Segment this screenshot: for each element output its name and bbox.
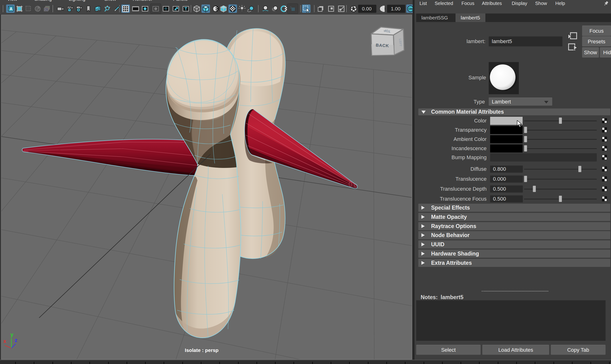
hide-button[interactable]: Hide — [600, 47, 611, 58]
select-button[interactable]: Select — [416, 345, 481, 355]
shaded-cube-icon[interactable] — [202, 4, 210, 13]
ae-menu-help[interactable]: Help — [555, 1, 565, 6]
value-field[interactable]: 0.000 — [490, 175, 523, 182]
attribute-slider-track[interactable] — [524, 130, 597, 130]
image-plane-icon[interactable] — [94, 4, 102, 13]
toolbar-separator-grip[interactable] — [346, 5, 347, 12]
viewport-3d[interactable]: BACK TOP LEFT y x z Isolate : persp — [1, 15, 412, 360]
ae-menu-selected[interactable]: Selected — [435, 1, 453, 6]
attribute-slider-track[interactable] — [524, 148, 597, 149]
lights-icon[interactable] — [238, 4, 246, 13]
snap-to-grid-frame-icon[interactable] — [15, 4, 24, 13]
pan-zoom-icon[interactable] — [103, 4, 111, 13]
ae-menu-display[interactable]: Display — [512, 1, 527, 6]
viewport-menu-shading[interactable]: Shading — [34, 0, 52, 2]
ae-menu-list[interactable]: List — [420, 1, 427, 6]
section-special-effects[interactable]: Special Effects — [418, 204, 610, 212]
show-button[interactable]: Show — [582, 47, 599, 58]
section-hardware-shading[interactable]: Hardware Shading — [418, 250, 610, 258]
ae-menu-show[interactable]: Show — [535, 1, 547, 6]
section-raytrace-options[interactable]: Raytrace Options — [418, 222, 610, 230]
viewport-menu-panels[interactable]: Panels — [173, 0, 188, 2]
output-connection-icon[interactable] — [568, 42, 578, 52]
color-swatch[interactable] — [490, 135, 523, 143]
map-checker-button[interactable] — [602, 155, 607, 160]
value-field[interactable]: 0.500 — [490, 195, 523, 203]
attribute-slider-handle[interactable] — [578, 166, 581, 172]
gate-mask-icon[interactable] — [150, 3, 161, 14]
exposure-value-field[interactable]: 0.00 — [358, 5, 376, 13]
ae-tab-lambert5[interactable]: lambert5 — [456, 13, 485, 22]
attribute-slider-handle[interactable] — [524, 127, 527, 133]
map-checker-button[interactable] — [602, 176, 607, 182]
shadows-icon[interactable] — [246, 4, 255, 13]
viewport-menu-lighting[interactable]: Lighting — [69, 0, 85, 2]
map-checker-button[interactable] — [602, 118, 607, 123]
load-attributes-button[interactable]: Load Attributes — [482, 345, 549, 355]
copy-tab-button[interactable]: Copy Tab — [551, 345, 606, 355]
resolution-gate-icon[interactable] — [141, 4, 149, 13]
attribute-slider-handle[interactable] — [524, 176, 527, 182]
camera-lock-icon[interactable] — [66, 4, 74, 13]
toolbar-separator-grip[interactable] — [299, 5, 301, 12]
section-node-behavior[interactable]: Node Behavior — [418, 231, 610, 239]
select-by-name-icon[interactable]: A — [6, 4, 15, 13]
safe-title-icon[interactable] — [182, 4, 190, 13]
map-checker-button[interactable] — [602, 186, 607, 191]
motion-blur-icon[interactable] — [271, 4, 279, 13]
attribute-slider-handle[interactable] — [524, 145, 527, 152]
exposure-icon[interactable] — [349, 4, 358, 13]
section-extra-attributes[interactable]: Extra Attributes — [418, 259, 610, 267]
map-checker-button[interactable] — [602, 137, 607, 142]
attribute-slider-track[interactable] — [524, 169, 597, 169]
toolbar-separator-grip[interactable] — [52, 5, 53, 12]
toolbar-separator-grip[interactable] — [258, 5, 258, 12]
presets-button[interactable]: Presets — [582, 37, 611, 46]
section-matte-opacity[interactable]: Matte Opacity — [418, 213, 610, 221]
type-dropdown[interactable]: Lambert — [489, 98, 552, 106]
camera-attributes-icon[interactable] — [75, 4, 83, 13]
xray-active-icon[interactable] — [337, 4, 346, 13]
view-cube[interactable]: BACK TOP LEFT — [371, 27, 404, 55]
model-jack[interactable] — [22, 28, 357, 338]
field-chart-icon[interactable] — [162, 4, 170, 13]
focus-button[interactable]: Focus — [582, 26, 611, 36]
ae-menu-focus[interactable]: Focus — [462, 1, 474, 6]
attribute-slider-track[interactable] — [524, 179, 597, 180]
section-uuid[interactable]: UUID — [418, 240, 610, 248]
material-sample-swatch[interactable] — [489, 62, 519, 94]
viewport-menu-view[interactable]: View — [7, 0, 17, 2]
attribute-slider-handle[interactable] — [533, 186, 536, 192]
notes-resize-handle[interactable] — [482, 291, 548, 292]
film-gate-icon[interactable] — [131, 4, 140, 13]
marquee-select-icon[interactable] — [24, 4, 33, 13]
grease-pencil-icon[interactable] — [112, 4, 121, 13]
map-checker-button[interactable] — [602, 196, 607, 201]
grid-icon[interactable] — [121, 4, 130, 13]
map-checker-button[interactable] — [602, 167, 607, 171]
value-field[interactable]: 0.800 — [490, 166, 523, 173]
viewport-menu-renderer[interactable]: Renderer — [133, 0, 152, 2]
pin-icon[interactable] — [603, 0, 609, 7]
color-swatch[interactable] — [490, 144, 523, 153]
attribute-slider-handle[interactable] — [559, 196, 562, 202]
anti-aliasing-icon[interactable] — [279, 4, 288, 13]
gamma-value-field[interactable]: 1.00 — [387, 5, 405, 13]
lambert-name-field[interactable]: lambert5 — [489, 37, 562, 46]
isolate-select-icon[interactable] — [302, 4, 311, 13]
map-checker-button[interactable] — [602, 146, 607, 151]
toolbar-separator-grip[interactable] — [313, 5, 314, 12]
toolbar-separator-grip[interactable] — [2, 5, 3, 12]
attribute-slider-handle[interactable] — [524, 136, 527, 142]
color-wheel-icon[interactable] — [33, 4, 42, 13]
panel-divider[interactable] — [413, 0, 415, 360]
xray-icon[interactable] — [316, 4, 325, 13]
ae-menu-attributes[interactable]: Attributes — [482, 1, 502, 6]
use-default-material-icon[interactable] — [229, 4, 237, 13]
viewport-menu-show[interactable]: Show — [104, 0, 116, 2]
xray-joints-icon[interactable] — [327, 4, 335, 13]
bookmark-icon[interactable] — [84, 4, 93, 13]
camera-icon[interactable] — [56, 4, 65, 13]
map-field[interactable] — [490, 153, 597, 161]
section-common-material-attributes[interactable]: Common Material Attributes — [418, 108, 610, 115]
